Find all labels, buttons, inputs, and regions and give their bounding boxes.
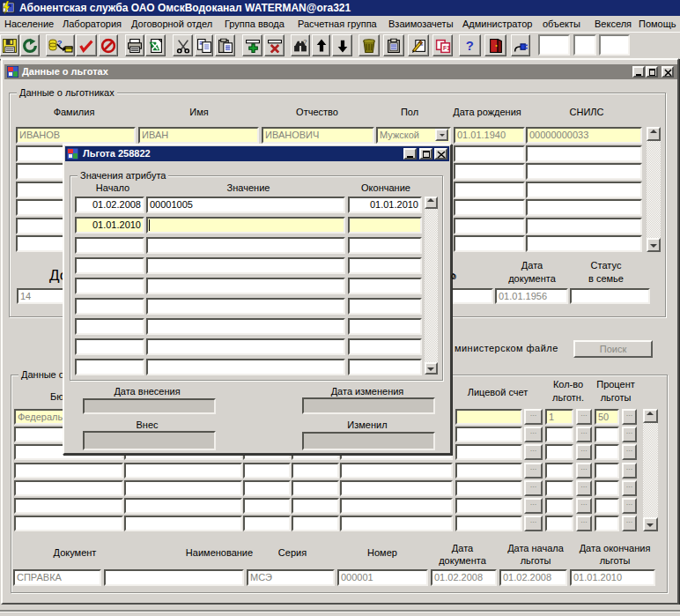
svg-text:F1: F1 [443,45,450,51]
svg-text:?: ? [303,38,307,45]
svg-text:?: ? [465,39,473,53]
